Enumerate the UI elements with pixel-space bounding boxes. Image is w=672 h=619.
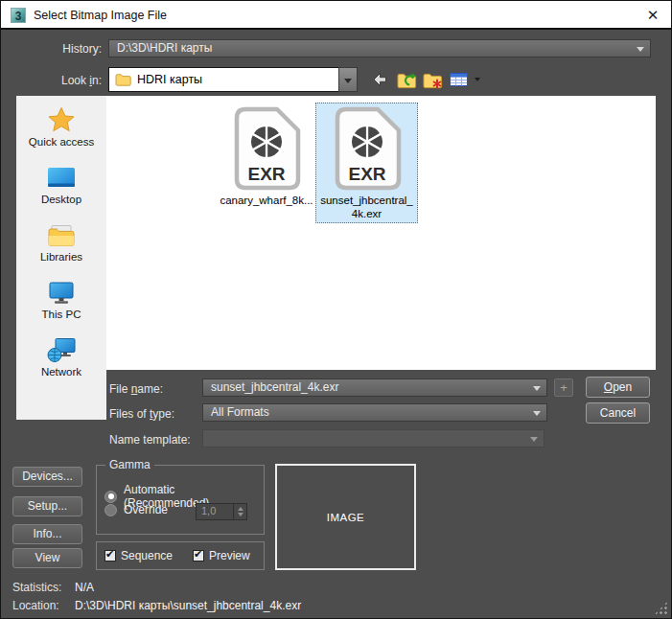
look-in-value: HDRI карты bbox=[137, 73, 202, 86]
chevron-down-icon bbox=[344, 79, 352, 83]
cancel-button[interactable]: Cancel bbox=[586, 402, 650, 424]
devices-button[interactable]: Devices... bbox=[12, 467, 82, 487]
svg-text:EXR: EXR bbox=[247, 164, 285, 184]
location-label: Location: bbox=[12, 599, 59, 612]
sidebar-item-label: Network bbox=[41, 366, 81, 378]
name-template-label: Name template: bbox=[109, 433, 191, 447]
history-value: D:\3D\HDRI карты bbox=[117, 41, 212, 55]
file-name-label-text: File name: bbox=[109, 382, 163, 396]
history-dropdown[interactable]: D:\3D\HDRI карты bbox=[108, 39, 651, 57]
file-list[interactable]: EXR canary_wharf_8k... EXR suns bbox=[106, 96, 656, 370]
file-item-canary-wharf[interactable]: EXR canary_wharf_8k... bbox=[219, 103, 314, 210]
spin-up-icon[interactable] bbox=[238, 507, 243, 511]
gamma-group-title: Gamma bbox=[105, 458, 154, 471]
chevron-down-icon bbox=[530, 437, 538, 442]
computer-icon bbox=[47, 277, 76, 306]
file-name-label: canary_wharf_8k... bbox=[220, 195, 313, 208]
history-label: History: bbox=[1, 42, 102, 56]
files-of-type-value: All Formats bbox=[211, 405, 269, 419]
sidebar-item-label: Quick access bbox=[29, 136, 94, 148]
chevron-down-icon bbox=[533, 411, 541, 416]
spinner-arrows-icon[interactable] bbox=[233, 504, 246, 519]
file-item-sunset-jhbcentral-selected[interactable]: EXR sunset_jhbcentral_ 4k.exr bbox=[315, 103, 418, 223]
exr-file-icon: EXR bbox=[232, 106, 301, 191]
close-icon[interactable]: ✕ bbox=[643, 6, 662, 25]
network-globe-icon bbox=[47, 334, 76, 363]
sidebar-item-this-pc[interactable]: This PC bbox=[16, 277, 106, 334]
sequence-checkbox[interactable] bbox=[104, 550, 116, 562]
create-new-folder-icon[interactable] bbox=[422, 68, 443, 91]
sidebar-item-quick-access[interactable]: Quick access bbox=[16, 104, 106, 162]
files-of-type-label: Files of type: bbox=[109, 407, 174, 421]
star-icon bbox=[47, 104, 76, 133]
look-in-label: Look in: bbox=[1, 74, 102, 87]
places-sidebar: Quick access Desktop Libraries bbox=[16, 96, 106, 420]
sidebar-item-libraries[interactable]: Libraries bbox=[16, 219, 106, 277]
setup-button[interactable]: Setup... bbox=[12, 496, 82, 516]
gamma-override-label: Override bbox=[124, 503, 168, 516]
info-button[interactable]: Info... bbox=[12, 524, 82, 544]
preview-label: Preview bbox=[209, 549, 250, 562]
desktop-icon bbox=[47, 162, 76, 191]
file-name-value: sunset_jhbcentral_4k.exr bbox=[211, 380, 338, 394]
sidebar-item-label: Desktop bbox=[41, 194, 81, 205]
libraries-folder-icon bbox=[47, 219, 76, 248]
exr-file-icon: EXR bbox=[333, 106, 402, 191]
options-group: Sequence Preview bbox=[96, 541, 265, 570]
preview-checkbox[interactable] bbox=[193, 550, 204, 562]
image-preview-box: IMAGE bbox=[275, 464, 416, 570]
gamma-override-value: 1,0 bbox=[201, 505, 216, 516]
sidebar-item-network[interactable]: Network bbox=[16, 334, 106, 392]
view-button[interactable]: View bbox=[12, 548, 82, 568]
open-button[interactable]: Open bbox=[586, 377, 650, 398]
gamma-override-option[interactable]: Override bbox=[104, 503, 168, 516]
sidebar-item-label: This PC bbox=[42, 309, 81, 320]
sequence-label: Sequence bbox=[121, 549, 173, 562]
folder-toolbar bbox=[370, 68, 480, 91]
3dsmax-app-icon: 3 bbox=[11, 8, 26, 23]
spin-down-icon[interactable] bbox=[238, 513, 243, 516]
sequence-option[interactable]: Sequence bbox=[104, 549, 173, 562]
preview-option[interactable]: Preview bbox=[193, 549, 250, 562]
gamma-group: Gamma Automatic (Recommended) Override 1… bbox=[96, 465, 265, 535]
select-bitmap-dialog: 3 Select Bitmap Image File ✕ History: D:… bbox=[0, 0, 672, 619]
files-of-type-dropdown[interactable]: All Formats bbox=[202, 403, 547, 422]
radio-selected-icon[interactable] bbox=[104, 491, 117, 503]
location-value: D:\3D\HDRI карты\sunset_jhbcentral_4k.ex… bbox=[75, 599, 301, 612]
image-preview-placeholder: IMAGE bbox=[327, 512, 365, 523]
statistics-value: N/A bbox=[75, 581, 94, 594]
back-arrow-icon[interactable] bbox=[370, 68, 391, 91]
view-menu-chevron-icon[interactable] bbox=[475, 78, 480, 81]
folder-icon bbox=[115, 73, 131, 87]
file-name-input[interactable]: sunset_jhbcentral_4k.exr bbox=[202, 378, 547, 397]
view-menu-icon[interactable] bbox=[448, 68, 469, 91]
add-button[interactable]: + bbox=[554, 378, 573, 397]
go-up-folder-icon[interactable] bbox=[396, 68, 417, 91]
statistics-label: Statistics: bbox=[12, 581, 61, 594]
dialog-title: Select Bitmap Image File bbox=[34, 9, 167, 22]
file-name-label: sunset_jhbcentral_ 4k.exr bbox=[317, 195, 416, 220]
svg-text:EXR: EXR bbox=[348, 164, 385, 184]
chevron-down-icon bbox=[533, 386, 541, 391]
sidebar-item-label: Libraries bbox=[40, 251, 82, 263]
chevron-down-icon bbox=[637, 47, 644, 52]
radio-unselected-icon[interactable] bbox=[104, 504, 117, 516]
resize-grip[interactable] bbox=[654, 601, 668, 615]
gamma-override-spinner: 1,0 bbox=[196, 503, 247, 520]
look-in-combobox[interactable]: HDRI карты bbox=[108, 67, 339, 92]
look-in-dropdown-button[interactable] bbox=[338, 67, 358, 92]
sidebar-item-desktop[interactable]: Desktop bbox=[16, 162, 106, 219]
name-template-dropdown bbox=[202, 429, 545, 447]
title-bar: 3 Select Bitmap Image File ✕ bbox=[1, 1, 671, 30]
